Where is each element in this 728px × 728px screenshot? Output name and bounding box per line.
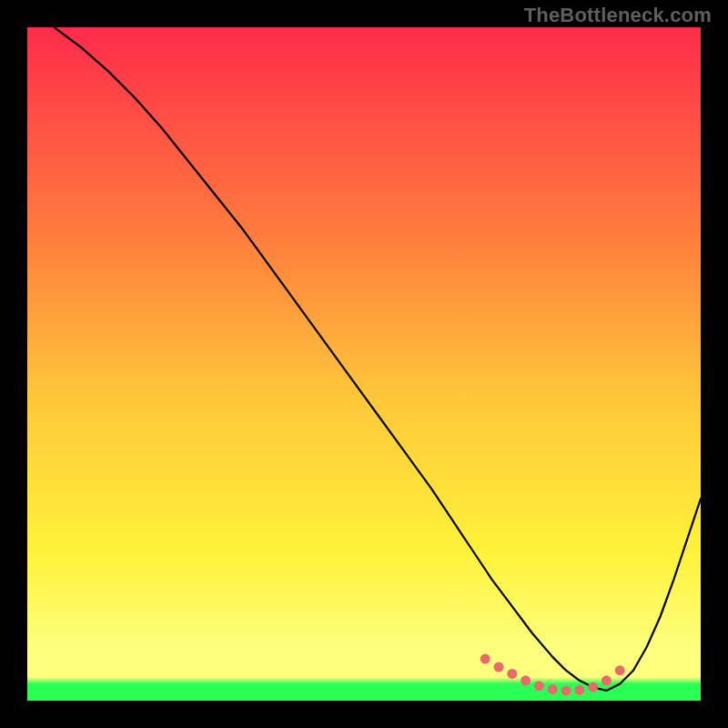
chart-frame: TheBottleneck.com (0, 0, 728, 728)
optimal-marker (521, 675, 531, 685)
optimal-marker (534, 681, 544, 691)
chart-svg (27, 27, 701, 701)
gradient-background (27, 27, 701, 701)
optimal-marker (615, 665, 625, 675)
optimal-marker (548, 684, 558, 694)
optimal-marker (494, 662, 504, 672)
optimal-marker (507, 669, 517, 679)
optimal-marker (602, 675, 612, 685)
optimal-marker (561, 685, 571, 695)
watermark-text: TheBottleneck.com (524, 4, 712, 27)
optimal-marker (574, 685, 584, 695)
optimal-marker (588, 682, 598, 693)
plot-area (27, 27, 701, 701)
optimal-marker (480, 654, 490, 664)
